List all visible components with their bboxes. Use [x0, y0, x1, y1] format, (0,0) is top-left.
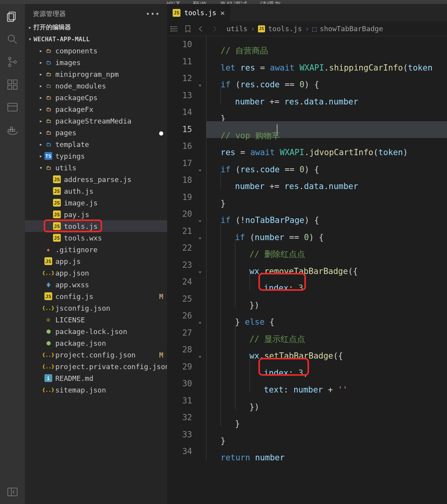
code-line-33[interactable]: } [206, 426, 447, 444]
fold-icon[interactable]: ⌄ [198, 211, 201, 228]
folder-miniprogram_npm[interactable]: ▸🗀miniprogram_npm [25, 68, 167, 80]
file-auth-js[interactable]: JSauth.js [25, 185, 167, 197]
code-line-28[interactable]: wx.setTabBarBadge({ [206, 341, 447, 359]
svg-rect-13 [8, 129, 10, 131]
code-line-21[interactable]: if (number == 0) { [206, 223, 447, 240]
tab-tools-js[interactable]: JS tools.js × [167, 4, 231, 21]
code-line-24[interactable]: index: 3 [206, 274, 447, 291]
svg-point-6 [14, 61, 16, 63]
code-line-16[interactable]: res = await WXAPI.jdvopCartInfo(token) [206, 138, 447, 155]
fold-icon[interactable]: ⌄ [198, 228, 201, 246]
folder-typings[interactable]: ▸TStypings [25, 150, 167, 162]
breadcrumb[interactable]: utils› JStools.js› ⬚showTabBarBadge [226, 25, 383, 33]
code-editor[interactable]: 1011121314151617181920212223242526272829… [167, 36, 447, 504]
svg-rect-9 [13, 85, 17, 89]
code-line-27[interactable]: // 显示红点点 [206, 325, 447, 342]
file-config-js[interactable]: JSconfig.jsM [25, 290, 167, 302]
folder-images[interactable]: ▸🗀images [25, 57, 167, 68]
folder-utils[interactable]: ▾🗀utils [25, 162, 167, 173]
back-icon[interactable] [197, 25, 205, 33]
files-icon[interactable] [7, 11, 18, 23]
code-line-26[interactable]: } else { [206, 308, 447, 325]
folder-node_modules[interactable]: ▸🗀node_modules [25, 80, 167, 92]
menu-compile[interactable]: 编译 [166, 0, 180, 4]
folder-packageCps[interactable]: ▸🗀packageCps [25, 92, 167, 103]
svg-point-2 [8, 35, 14, 41]
svg-line-3 [14, 41, 17, 44]
folder-packageStreamMedia[interactable]: ▸🗀packageStreamMedia [25, 115, 167, 127]
file-address_parse-js[interactable]: JSaddress_parse.js [25, 173, 167, 185]
code-line-30[interactable]: text: number + '' [206, 375, 447, 393]
folder-template[interactable]: ▸🗀template [25, 138, 167, 150]
file-image-js[interactable]: JSimage.js [25, 197, 167, 209]
file-project-private-config-json[interactable]: {..}project.private.config.json [25, 361, 167, 372]
svg-rect-8 [8, 85, 12, 89]
code-line-14[interactable]: } [206, 104, 447, 121]
code-line-11[interactable]: let res = await WXAPI.shippingCarInfo(to… [206, 53, 447, 71]
code-line-23[interactable]: wx.removeTabBarBadge({ [206, 257, 447, 274]
folder-components[interactable]: ▸🗀components [25, 45, 167, 57]
explorer-more-icon[interactable]: ••• [146, 10, 160, 18]
list-icon[interactable] [170, 25, 179, 33]
forward-icon[interactable] [210, 25, 219, 33]
bookmark-icon[interactable] [184, 25, 192, 33]
code-line-31[interactable]: }) [206, 393, 447, 410]
code-line-19[interactable]: } [206, 189, 447, 206]
code-line-15[interactable]: // vop 购物车 [206, 121, 447, 138]
explorer-sidebar: 资源管理器 ••• ▸打开的编辑器▾WECHAT-APP-MALL▸🗀compo… [25, 4, 167, 504]
search-icon[interactable] [7, 34, 18, 45]
file-pay-js[interactable]: JSpay.js [25, 209, 167, 220]
svg-rect-14 [11, 129, 12, 131]
code-line-32[interactable]: } [206, 409, 447, 426]
menu-clear-cache[interactable]: 清缓存 [260, 0, 281, 4]
fold-icon[interactable]: ⌄ [198, 161, 201, 178]
code-line-29[interactable]: index: 3, [206, 359, 447, 376]
file-jsconfig-json[interactable]: {..}jsconfig.json [25, 302, 167, 314]
svg-rect-1 [7, 14, 14, 21]
section-open-editors[interactable]: ▸打开的编辑器 [25, 21, 167, 33]
source-control-icon[interactable] [7, 56, 18, 68]
code-line-13[interactable]: number += res.data.number [206, 87, 447, 104]
close-icon[interactable]: × [220, 8, 225, 18]
file-package-json[interactable]: ⬢package.json [25, 337, 167, 349]
svg-point-23 [171, 28, 171, 29]
file-LICENSE[interactable]: ⍟LICENSE [25, 314, 167, 325]
file-sitemap-json[interactable]: {..}sitemap.json [25, 384, 167, 396]
fold-icon[interactable]: ⌄ [198, 313, 201, 330]
file-tools-js[interactable]: JStools.js [25, 220, 167, 232]
code-line-25[interactable]: }) [206, 291, 447, 308]
extensions-icon[interactable] [7, 79, 18, 90]
menu-preview[interactable]: 预览 [193, 0, 207, 4]
file-project-config-json[interactable]: {..}project.config.jsonM [25, 349, 167, 361]
file-app-wxss[interactable]: ⋕app.wxss [25, 279, 167, 290]
folder-pages[interactable]: ▸🗀pages● [25, 127, 167, 138]
section-project[interactable]: ▾WECHAT-APP-MALL [25, 33, 167, 45]
code-line-22[interactable]: // 删除红点点 [206, 240, 447, 257]
file-README-md[interactable]: iREADME.md [25, 372, 167, 384]
menu-debug[interactable]: 真机调试 [219, 0, 247, 4]
code-line-12[interactable]: if (res.code == 0) { [206, 70, 447, 87]
fold-icon[interactable]: ⌄ [198, 347, 201, 364]
fold-icon[interactable]: ⌄ [198, 262, 201, 279]
fold-icon[interactable]: ⌄ [198, 76, 201, 93]
code-line-17[interactable]: if (res.code == 0) { [206, 155, 447, 172]
top-menu: 编译 预览 真机调试 清缓存 [0, 0, 447, 4]
file-package-lock-json[interactable]: ⬢package-lock.json [25, 325, 167, 337]
code-line-10[interactable]: // 自营商品 [206, 36, 447, 53]
breadcrumb-row: utils› JStools.js› ⬚showTabBarBadge [167, 21, 447, 36]
file-app-js[interactable]: JSapp.js [25, 255, 167, 267]
code-line-18[interactable]: number += res.data.number [206, 172, 447, 189]
file-app-json[interactable]: {..}app.json [25, 267, 167, 279]
code-line-20[interactable]: if (!noTabBarPage) { [206, 206, 447, 223]
layout-icon[interactable] [7, 101, 18, 113]
collapse-sidebar-icon[interactable] [7, 486, 18, 498]
svg-rect-7 [8, 80, 12, 84]
file-tools-wxs[interactable]: JStools.wxs [25, 232, 167, 244]
docker-icon[interactable] [7, 124, 18, 136]
folder-packageFx[interactable]: ▸🗀packageFx [25, 103, 167, 115]
file--gitignore[interactable]: ◆.gitignore [25, 244, 167, 255]
svg-rect-11 [8, 103, 17, 111]
svg-rect-10 [13, 80, 17, 84]
svg-point-5 [9, 64, 11, 67]
code-line-34[interactable]: return number [206, 443, 447, 460]
